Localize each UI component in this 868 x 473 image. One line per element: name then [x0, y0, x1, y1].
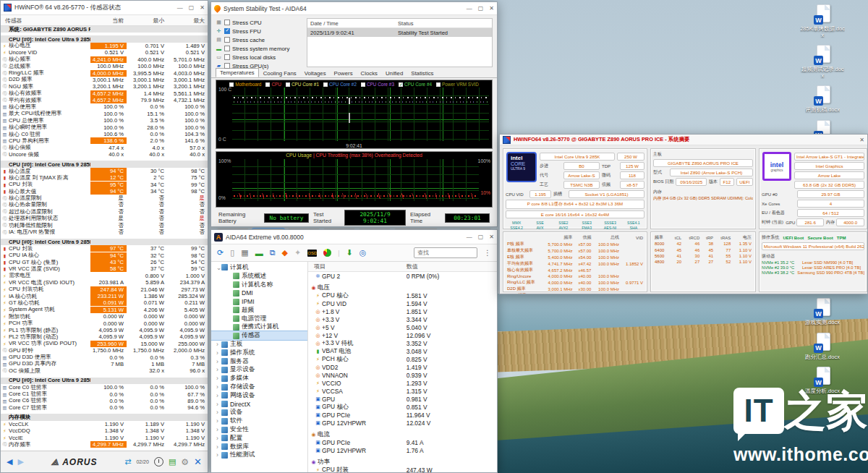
stress-option[interactable]: Stress local disks [216, 53, 302, 61]
close-button[interactable]: ✕ [489, 5, 494, 12]
sensor-row[interactable]: 核心温度 到 TjMAX 距离 12 °C 2 °C 75 °C [1, 174, 208, 181]
tree-item[interactable]: 软件 [211, 417, 307, 425]
sensor-row[interactable]: 总线频率 100.0 MHz 100.0 MHz 100.0 MHz [1, 63, 208, 69]
sensor-row[interactable]: IA: 电压/VR 热警报 否 否 否 [1, 229, 208, 235]
legend-checkbox[interactable] [265, 82, 270, 87]
stability-tab[interactable]: Cooling Fans [260, 69, 300, 77]
sensor-value-row[interactable]: CPU 核心 1.581 V [308, 291, 497, 299]
osd-icon[interactable]: OSD [307, 250, 317, 257]
legend-checkbox[interactable] [436, 82, 441, 87]
sensor-value-row[interactable]: +3.3 V 3.344 V [308, 315, 497, 323]
minimize-button[interactable]: — [467, 234, 472, 240]
sensor-value-row[interactable]: VDD2 1.419 V [308, 363, 497, 371]
sensor-row[interactable]: 核心温度 94 °C 30 °C 98 °C [1, 168, 208, 174]
stability-tab[interactable]: Temperatures [216, 68, 259, 77]
sensor-row[interactable]: System Agent 功耗 5.131 W 4.206 W 5.405 W [1, 307, 208, 313]
sensor-row[interactable]: 核心倍频 47.4 x 4.0 x 57.0 x [1, 145, 208, 151]
sensor-value-row[interactable]: GPU 12VHPWR 1.76 A [308, 446, 497, 454]
prev-page-icon[interactable]: ◀ [7, 457, 12, 466]
col-max[interactable]: 最大 [167, 17, 208, 25]
sensor-row[interactable]: VccIE 1.190 V 1.190 V 1.190 V [1, 435, 208, 441]
sensor-row[interactable]: CPU [#0]: Intel Core Ultra 9 285K: Enhan… [1, 239, 208, 245]
legend-item[interactable]: Motherboard [229, 82, 261, 87]
computer-icon[interactable]: ⧉ [270, 248, 276, 257]
sensor-row[interactable]: CPU [#0]: Intel Core Ultra 9 285K: DTS [1, 161, 208, 167]
gauge-icon[interactable] [323, 249, 331, 257]
col-sensor[interactable]: 传感器 [1, 17, 90, 25]
legend-checkbox[interactable] [399, 82, 403, 87]
stability-tab[interactable]: Voltages [301, 69, 330, 77]
search-input[interactable] [414, 247, 477, 258]
desktop-icon[interactable]: 285K单烤数据.docx [800, 4, 845, 38]
sensor-row[interactable]: 核心瞬时使用率 100.0 % 28.0 % 100.0 % [1, 124, 208, 130]
tree-item[interactable]: 操作系统 [211, 349, 307, 357]
stress-option[interactable]: Stress cache [216, 35, 302, 44]
sensor-row[interactable]: 核心 C0 驻留 100.6 % 0.0 % 104.3 % [1, 131, 208, 137]
stability-titlebar[interactable]: System Stability Test - AIDA64 — ▢ ✕ [211, 2, 497, 15]
sensor-row[interactable]: IA 核心功耗 233.211 W 1.386 W 285.324 W [1, 293, 208, 299]
tree-item[interactable]: 显示设备 [211, 366, 307, 375]
stress-checkbox[interactable] [224, 37, 230, 43]
sensor-value-row[interactable]: +1.8 V 1.851 V [308, 307, 497, 315]
sensor-value-row[interactable]: VCCIO 1.293 V [308, 379, 497, 387]
cpu-icon[interactable]: ▦ [241, 248, 248, 257]
sensor-value-row[interactable]: GPU PCIe 11.964 V [308, 411, 497, 419]
sensor-row[interactable]: 需求电压 0.800 V 1.000 V [1, 273, 208, 279]
sensor-value-row[interactable]: VNNAON 0.939 V [308, 371, 497, 379]
sensor-row[interactable]: 处理器利用限制状态 是 否 是 [1, 216, 208, 222]
sensor-row[interactable]: VccCLK 1.190 V 1.189 V 1.190 V [1, 421, 208, 427]
tree-item[interactable]: 服务器 [211, 357, 307, 366]
tree-item[interactable]: DMI [211, 289, 307, 297]
tree-item[interactable]: 计算机名称 [211, 281, 307, 289]
sensor-row[interactable]: GPU 时钟 1,750.0 MHz 1,750.0 MHz 2,000.0 M… [1, 347, 208, 354]
summary-titlebar[interactable]: HWiNFO64 v8.26-5770 @ GIGABYTE Z890 AORU… [500, 135, 867, 145]
sensor-row[interactable]: CPU 封装 95 °C 34 °C 99 °C [1, 182, 208, 188]
tree-item[interactable]: IPMI [211, 297, 307, 306]
sensor-row[interactable]: 超过核心温度限制 否 否 否 [1, 208, 208, 215]
tree-item[interactable]: 安全性 [211, 425, 307, 434]
sensor-row[interactable]: GPU D3D 共享内存 7 MB 1 MB 7 MB [1, 361, 208, 367]
memory-icon[interactable]: ▬ [255, 249, 263, 257]
tree-item[interactable]: 计算机 [211, 263, 307, 272]
update-icon[interactable]: ⬇ [346, 248, 353, 257]
sensor-row[interactable]: 核心温度限制 是 否 是 [1, 195, 208, 201]
sensor-row[interactable]: 附加功耗 0.000 W 0.000 W 0.000 W [1, 313, 208, 320]
sensor-row[interactable]: 最大 CPU/线程使用率 100.0 % 15.1 % 100.0 % [1, 111, 208, 117]
legend-item[interactable]: CPU Core #3 [361, 82, 394, 87]
sensor-row[interactable]: PL2 功率限制 (动态) 4,095.9 W 4,095.9 W 4,095.… [1, 333, 208, 340]
sensor-value-row[interactable]: CPU 封装 247.43 W [308, 466, 497, 472]
sensor-row[interactable]: CPU 总使用率 100.0 % 3.5 % 100.0 % [1, 117, 208, 124]
sensor-row[interactable]: Ring/LLC 频率 4,000.0 MHz 3,995.5 MHz 4,00… [1, 69, 208, 76]
sensor-row[interactable]: OC 倍频上限 32.0 x 96.0 x [1, 367, 208, 374]
desktop-icon[interactable]: 评测初稿.docx [800, 85, 845, 114]
more-menu-icon[interactable]: ⋮ [484, 249, 491, 257]
stress-option[interactable]: Stress system memory [216, 44, 302, 53]
sensor-row[interactable]: GT 核心功耗 0.091 W 0.071 W 0.211 W [1, 299, 208, 306]
sensor-row[interactable]: 系统: GIGABYTE Z890 AORUS PRO ICE [1, 26, 208, 33]
sensor-row[interactable]: Core C1 驻留率 0.0 % 0.0 % 67.7 % [1, 391, 208, 397]
sensor-value-row[interactable]: CPU VID 1.594 V [308, 299, 497, 307]
settings-gear-icon[interactable]: ⚙ [181, 457, 189, 467]
tree-item[interactable]: 多媒体 [211, 374, 307, 383]
sensor-row[interactable]: 核心频率 4,241.0 MHz 400.0 MHz 5,701.0 MHz [1, 56, 208, 63]
legend-checkbox[interactable] [361, 82, 365, 87]
tree-item[interactable]: 便携式计算机 [211, 323, 307, 332]
sensor-row[interactable]: Core C7 驻留率 0.0 % 0.0 % 94.6 % [1, 404, 208, 411]
close-button[interactable]: ✕ [200, 4, 205, 11]
maximize-button[interactable]: ▢ [478, 234, 484, 240]
sensor-value-row[interactable]: VBAT 电池 3.048 V [308, 347, 497, 355]
tree-item[interactable]: 主板 [211, 340, 307, 349]
sensor-row[interactable]: VR VCC 电流 (SVID IOUT) 203.981 A 5.859 A … [1, 279, 208, 286]
desktop-icon[interactable]: 跑分汇总.docx [800, 333, 845, 361]
desktop-icon[interactable]: 温度分析.docx [800, 367, 845, 395]
report-icon[interactable]: ▯ [230, 248, 234, 257]
tree-item[interactable]: 电源管理 [211, 315, 307, 323]
tree-item[interactable]: 网络设备 [211, 391, 307, 400]
sensor-row[interactable]: VR VCC 温度 (SVID) 58 °C 37 °C 59 °C [1, 265, 208, 272]
tree-item[interactable]: 超频 [211, 306, 307, 315]
tree-item[interactable]: 系统概述 [211, 272, 307, 281]
sensor-row[interactable]: NGU 频率 3,200.1 MHz 3,200.1 MHz 3,200.1 M… [1, 83, 208, 90]
sensor-value-row[interactable]: 电压 [308, 284, 497, 291]
sensor-value-row[interactable]: GPU 12VHPWR 12.024 V [308, 419, 497, 427]
tree-item[interactable]: 配置 [211, 434, 307, 443]
